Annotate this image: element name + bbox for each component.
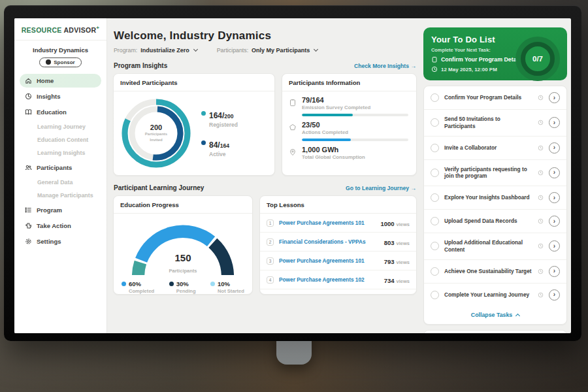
task-row: Explore Your Insights Dashboard › xyxy=(424,186,566,210)
task-checkbox[interactable] xyxy=(431,118,439,127)
task-open-button[interactable]: › xyxy=(549,92,560,103)
education-progress-card: Education Progress 150 Participants xyxy=(113,195,253,295)
todo-due-date: 12 May 2025, 12:00 PM xyxy=(441,67,497,73)
card-title: Invited Participants xyxy=(114,74,274,91)
task-open-button[interactable]: › xyxy=(549,192,560,203)
gauge-center-value: 150 xyxy=(125,252,240,263)
app-logo: RESOURCE ADVISOR+ xyxy=(14,25,106,41)
sidebar-item-manage-participants[interactable]: Manage Participants xyxy=(20,189,101,201)
collapse-tasks-link[interactable]: Collapse Tasks xyxy=(424,306,566,324)
sidebar-item-label: Settings xyxy=(37,238,61,245)
donut-center-label: Invited xyxy=(150,137,162,143)
task-row: Verify participants requesting to join t… xyxy=(424,160,566,187)
insights-icon xyxy=(25,93,32,100)
card-title: Education Progress xyxy=(114,196,252,214)
task-open-button[interactable]: › xyxy=(549,117,560,128)
task-checkbox[interactable] xyxy=(431,193,439,202)
task-checkbox[interactable] xyxy=(431,217,439,225)
sidebar-item-learning-journey[interactable]: Learning Journey xyxy=(20,121,101,133)
task-row: Confirm Your Program Details › xyxy=(424,86,566,110)
book-icon xyxy=(25,108,32,116)
task-label: Send 50 Invitations to Participants xyxy=(444,116,532,130)
recent-news-card: Recent News xyxy=(423,330,567,333)
lesson-link[interactable]: Power Purchase Agreements 102 xyxy=(279,276,384,283)
clock-icon xyxy=(538,292,544,298)
participants-label: Participants: xyxy=(217,47,248,54)
lesson-rank: 2 xyxy=(267,238,274,246)
todo-summary-card: Your To Do List Complete Your Next Task:… xyxy=(423,27,567,80)
home-icon xyxy=(25,77,32,84)
task-row: Complete Your Learning Journey › xyxy=(424,284,566,306)
donut-center-value: 200 xyxy=(150,123,162,131)
invited-donut-chart: 200 Participants Invited xyxy=(118,95,195,172)
todo-next-task: Confirm Your Program Details xyxy=(441,56,523,63)
task-checkbox[interactable] xyxy=(431,93,439,102)
sidebar-item-label: Home xyxy=(37,77,54,84)
participants-dropdown[interactable]: Participants: Only My Participants xyxy=(217,47,318,54)
lesson-rank: 3 xyxy=(267,257,274,265)
invited-participants-card: Invited Participants 200 Participants xyxy=(113,73,275,176)
task-open-button[interactable]: › xyxy=(549,266,560,277)
task-open-button[interactable]: › xyxy=(549,289,560,301)
task-label: Invite a Collaborator xyxy=(444,144,532,152)
stat-label: Actions Completed xyxy=(302,129,408,135)
task-label: Explore Your Insights Dashboard xyxy=(444,194,532,201)
legend-completed: 60% Completed xyxy=(122,280,154,294)
recent-news-title: Recent News xyxy=(424,331,566,333)
task-open-button[interactable]: › xyxy=(549,142,560,154)
go-to-learning-journey-link[interactable]: Go to Learning Journey → xyxy=(346,185,416,191)
program-label: Program: xyxy=(114,47,137,54)
clock-icon xyxy=(538,95,544,101)
filters-row: Program: Industrialize Zero Participants… xyxy=(114,47,417,54)
task-checkbox[interactable] xyxy=(431,267,439,276)
participants-value: Only My Participants xyxy=(252,47,310,54)
sidebar-item-general-data[interactable]: General Data xyxy=(20,176,101,188)
sidebar-item-education-content[interactable]: Education Content xyxy=(20,134,101,146)
clock-icon xyxy=(538,145,544,151)
task-open-button[interactable]: › xyxy=(549,167,560,178)
task-open-button[interactable]: › xyxy=(549,216,560,227)
stat-emission-survey: 79/164 Emission Survey Completed xyxy=(282,91,416,116)
task-checkbox[interactable] xyxy=(431,242,439,250)
clock-icon xyxy=(431,66,438,73)
sidebar-item-program[interactable]: Program xyxy=(20,203,101,217)
lesson-link[interactable]: Power Purchase Agreements 101 xyxy=(279,257,384,264)
sidebar-item-insights[interactable]: Insights xyxy=(20,90,101,103)
task-label: Verify participants requesting to join t… xyxy=(444,166,532,180)
gauge-center-label: Participants xyxy=(169,268,197,274)
arrow-right-icon: → xyxy=(410,63,416,69)
actions-icon xyxy=(289,123,297,131)
monitor-bezel: RESOURCE ADVISOR+ Industry Dynamics Spon… xyxy=(4,5,581,341)
lesson-link[interactable]: Power Purchase Agreements 101 xyxy=(279,220,380,226)
sidebar-item-settings[interactable]: Settings xyxy=(20,235,101,248)
sidebar-item-participants[interactable]: Participants xyxy=(20,161,101,174)
sidebar-item-label: Take Action xyxy=(37,222,71,229)
card-title: Participants Information xyxy=(282,74,416,91)
todo-tasks-card: Confirm Your Program Details › Send 50 I… xyxy=(423,86,567,325)
clock-icon xyxy=(538,170,544,176)
legend-dot-dark-navy xyxy=(169,282,174,286)
sidebar-item-home[interactable]: Home xyxy=(20,74,101,88)
sidebar-item-education[interactable]: Education xyxy=(20,105,101,119)
lesson-row: 4 Power Purchase Agreements 102 734views xyxy=(260,270,416,289)
lesson-link[interactable]: Financial Considerations - VPPAs xyxy=(279,238,384,245)
sidebar-item-learning-insights[interactable]: Learning Insights xyxy=(20,147,101,159)
sidebar-item-take-action[interactable]: Take Action xyxy=(20,219,101,233)
stat-actions-completed: 23/50 Actions Completed xyxy=(282,116,416,141)
task-label: Achieve One Sustainability Target xyxy=(444,268,532,275)
task-checkbox[interactable] xyxy=(431,144,439,152)
participants-information-card: Participants Information 79/164 Emission… xyxy=(282,73,417,176)
main-content: Welcome, Industry Dynamics Program: Indu… xyxy=(107,18,423,333)
program-dropdown[interactable]: Program: Industrialize Zero xyxy=(114,47,197,54)
task-checkbox[interactable] xyxy=(431,291,439,299)
legend-dot-blue xyxy=(122,282,126,286)
task-open-button[interactable]: › xyxy=(549,240,560,252)
gear-icon xyxy=(25,238,32,245)
task-label: Upload Additional Educational Content xyxy=(444,239,532,253)
check-more-insights-link[interactable]: Check More Insights → xyxy=(354,63,416,69)
legend-pending: 30% Pending xyxy=(169,280,196,294)
survey-icon xyxy=(289,99,297,106)
section-title-learning-journey: Participant Learning Journey xyxy=(114,184,204,191)
legend-active: 84/164 Active xyxy=(201,139,238,157)
task-checkbox[interactable] xyxy=(431,169,439,177)
